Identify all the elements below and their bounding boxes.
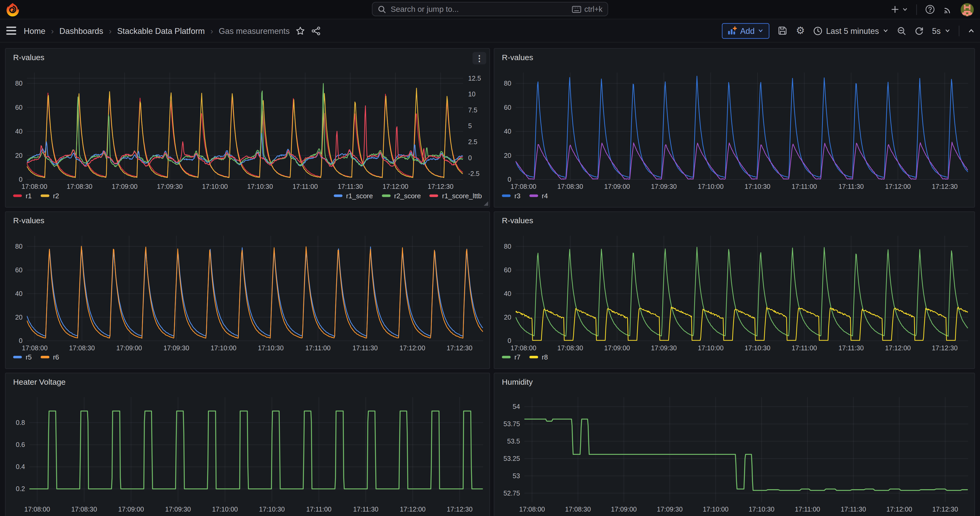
panel-title[interactable]: R-values xyxy=(502,217,533,225)
panel-r-values-3: R-values02040608017:08:0017:08:3017:09:0… xyxy=(5,212,490,369)
news-rss-button[interactable] xyxy=(943,5,953,14)
add-panel-button[interactable]: Add xyxy=(722,23,770,38)
user-avatar[interactable] xyxy=(961,3,974,16)
panel-title[interactable]: Heater Voltage xyxy=(13,377,65,386)
legend-swatch xyxy=(13,194,22,197)
legend-item-heatervoltage[interactable]: heatervoltage xyxy=(13,515,67,516)
zoom-out-button[interactable] xyxy=(897,26,907,35)
panel-legend: heatervoltage xyxy=(13,515,482,516)
panel-heater-voltage-5: Heater Voltage0.20.40.60.817:08:0017:08:… xyxy=(5,373,490,516)
legend-item-r1[interactable]: r1 xyxy=(13,192,32,199)
panel-title[interactable]: R-values xyxy=(13,53,45,62)
y-axis-tick-label: 60 xyxy=(15,104,22,111)
help-button[interactable] xyxy=(925,5,935,14)
x-axis-tick-label: 17:12:00 xyxy=(885,344,911,352)
refresh-button[interactable] xyxy=(915,26,924,35)
legend-item-r4[interactable]: r4 xyxy=(529,192,548,199)
x-axis-tick-label: 17:09:00 xyxy=(604,183,630,190)
x-axis-tick-label: 17:12:30 xyxy=(447,344,473,352)
legend-item-humidity[interactable]: humidity xyxy=(502,515,540,516)
chevron-down-icon xyxy=(944,27,951,34)
legend-swatch xyxy=(382,194,390,197)
legend-item-r6[interactable]: r6 xyxy=(40,353,59,361)
legend-item-r3[interactable]: r3 xyxy=(502,192,520,199)
series-r5 xyxy=(27,247,483,336)
legend-swatch xyxy=(13,356,22,358)
breadcrumb: Home › Dashboards › Stackable Data Platf… xyxy=(24,26,290,35)
x-axis-tick-label: 17:10:00 xyxy=(202,183,228,190)
legend-label: humidity xyxy=(514,515,540,516)
grafana-app: Search or jump to... ctrl+k xyxy=(0,0,980,516)
panel-title[interactable]: R-values xyxy=(13,217,45,225)
legend-label: r4 xyxy=(542,192,548,199)
panel-resize-handle[interactable] xyxy=(484,201,488,206)
legend-label: r3 xyxy=(514,192,520,199)
legend-swatch xyxy=(40,356,49,358)
search-input[interactable]: Search or jump to... ctrl+k xyxy=(372,2,608,16)
x-axis-tick-label: 17:12:30 xyxy=(932,183,958,190)
y-axis-tick-label: 80 xyxy=(504,243,511,250)
legend-item-r1_score_lttb[interactable]: r1_score_lttb xyxy=(430,192,482,199)
legend-label: r7 xyxy=(514,353,520,361)
y-axis-tick-label: 20 xyxy=(15,314,22,321)
x-axis-tick-label: 17:09:00 xyxy=(118,505,144,513)
x-axis-tick-label: 17:10:30 xyxy=(259,505,285,513)
shortcut-label: ctrl+k xyxy=(584,5,603,13)
legend-label: r1 xyxy=(26,192,32,199)
series-r2_score xyxy=(27,83,463,167)
collapse-toolbar-button[interactable] xyxy=(967,27,975,34)
time-range-picker[interactable]: Last 5 minutes xyxy=(813,26,889,35)
legend-label: r2 xyxy=(53,192,59,199)
save-dashboard-button[interactable] xyxy=(778,26,788,36)
x-axis-tick-label: 17:09:30 xyxy=(651,344,677,352)
legend-item-r8[interactable]: r8 xyxy=(529,353,548,361)
breadcrumb-dashboards[interactable]: Dashboards xyxy=(59,26,103,35)
legend-item-r2_score[interactable]: r2_score xyxy=(382,192,421,199)
mega-menu-toggle[interactable] xyxy=(6,26,16,35)
y-axis-tick-label: 40 xyxy=(15,127,22,135)
breadcrumb-home[interactable]: Home xyxy=(24,26,45,35)
y-axis-tick-label: 80 xyxy=(15,80,22,87)
breadcrumb-current: Gas measurements xyxy=(219,26,290,35)
refresh-interval-picker[interactable]: 5s xyxy=(932,26,951,35)
new-plus-button[interactable] xyxy=(891,5,908,14)
share-icon[interactable] xyxy=(312,26,321,35)
x-axis-tick-label: 17:08:30 xyxy=(557,344,583,352)
legend-label: r6 xyxy=(53,353,59,361)
x-axis-tick-label: 17:08:00 xyxy=(22,344,48,352)
legend-group: heatervoltage xyxy=(13,515,67,516)
x-axis-tick-label: 17:10:00 xyxy=(698,183,724,190)
dashboard-settings-button[interactable]: ⚙ xyxy=(796,26,805,36)
chart: 52.755353.2553.553.755417:08:0017:08:301… xyxy=(495,373,975,516)
legend-item-r2[interactable]: r2 xyxy=(40,192,59,199)
legend-item-r1_score[interactable]: r1_score xyxy=(334,192,373,199)
x-axis-tick-label: 17:11:00 xyxy=(792,183,817,190)
star-icon[interactable] xyxy=(296,26,305,35)
y-axis-tick-label: 20 xyxy=(504,152,511,159)
legend-group: r1r2 xyxy=(13,192,59,199)
panel-menu-kebab-icon[interactable]: ⋮ xyxy=(473,52,486,65)
topbar-divider xyxy=(916,4,917,14)
panel-r-values-1: R-values⋮020406080-2.502.557.51012.517:0… xyxy=(5,48,490,207)
legend-item-r5[interactable]: r5 xyxy=(13,353,32,361)
breadcrumb-folder[interactable]: Stackable Data Platform xyxy=(117,26,205,35)
x-axis-tick-label: 17:10:00 xyxy=(698,344,724,352)
x-axis-tick-label: 17:08:00 xyxy=(24,505,50,513)
legend-group: r3r4 xyxy=(502,192,548,199)
chevron-down-icon xyxy=(758,27,764,34)
time-range-label: Last 5 minutes xyxy=(826,26,879,35)
grafana-logo-icon[interactable] xyxy=(5,2,19,17)
chart: 02040608017:08:0017:08:3017:09:0017:09:3… xyxy=(495,49,975,207)
panel-title[interactable]: R-values xyxy=(502,53,533,62)
y-axis-tick-label: 53.5 xyxy=(507,438,520,445)
panel-title[interactable]: Humidity xyxy=(502,377,533,386)
x-axis-tick-label: 17:09:00 xyxy=(604,344,630,352)
y-axis-tick-label: 52.75 xyxy=(503,489,520,497)
x-axis-tick-label: 17:12:00 xyxy=(399,344,425,352)
x-axis-tick-label: 17:10:30 xyxy=(247,183,273,190)
legend-item-r7[interactable]: r7 xyxy=(502,353,520,361)
y-axis-tick-label: 80 xyxy=(504,80,511,87)
y2-axis-tick-label: 5 xyxy=(468,122,472,129)
x-axis-tick-label: 17:12:00 xyxy=(885,183,911,190)
y-axis-tick-label: 20 xyxy=(15,152,22,159)
